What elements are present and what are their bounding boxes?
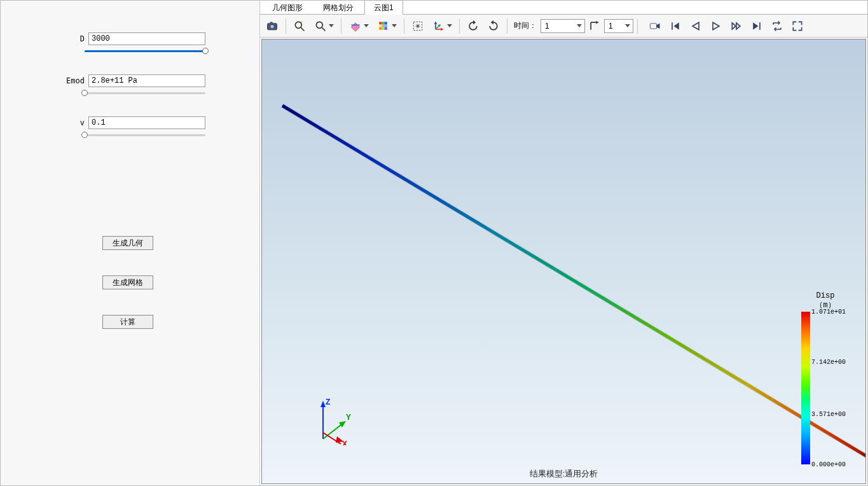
legend-ticks: 1.071e+017.142e+003.571e+000.000e+00 <box>810 312 850 464</box>
legend-title: Disp （m） <box>815 291 835 310</box>
param-label-Emod: Emod <box>58 76 85 85</box>
rotate-ccw-icon[interactable] <box>464 17 483 35</box>
tab-bar: 几何图形 网格划分 云图1 <box>260 1 867 15</box>
generate-geometry-button[interactable]: 生成几何 <box>102 236 153 250</box>
expand-icon[interactable] <box>788 17 807 35</box>
rotate-cw-icon[interactable] <box>484 17 503 35</box>
fit-view-icon[interactable] <box>408 17 427 35</box>
play-reverse-icon[interactable] <box>686 17 705 35</box>
param-input-v[interactable] <box>88 116 205 129</box>
tab-cloud1[interactable]: 云图1 <box>364 0 403 15</box>
param-slider-D[interactable] <box>85 46 205 57</box>
svg-text:X: X <box>342 440 347 445</box>
skip-end-icon[interactable] <box>747 17 766 35</box>
svg-point-5 <box>316 22 322 28</box>
svg-rect-16 <box>384 27 387 29</box>
param-slider-v[interactable] <box>85 130 205 141</box>
time-label: 时间： <box>514 20 537 31</box>
param-label-v: v <box>58 118 85 127</box>
legend-tick: 1.071e+01 <box>811 309 846 316</box>
svg-rect-15 <box>382 27 384 29</box>
frame-select-value: 1 <box>609 22 613 31</box>
param-row-D: D <box>58 32 240 45</box>
orientation-dropdown-icon[interactable] <box>429 17 455 35</box>
param-row-Emod: Emod <box>58 74 240 87</box>
right-area: 几何图形 网格划分 云图1 <box>260 1 867 485</box>
zoom-dropdown-icon[interactable] <box>310 17 337 35</box>
svg-rect-11 <box>379 24 382 27</box>
svg-rect-9 <box>382 22 384 24</box>
compute-button[interactable]: 计算 <box>102 315 153 329</box>
viewport-toolbar: 时间： 1 1 <box>260 15 867 38</box>
svg-text:Z: Z <box>326 398 330 406</box>
skip-start-icon[interactable] <box>666 17 685 35</box>
snapshot-icon[interactable] <box>263 17 282 35</box>
svg-rect-22 <box>672 22 673 30</box>
zoom-auto-icon[interactable] <box>290 17 309 35</box>
legend-colorbar <box>801 312 810 464</box>
svg-rect-8 <box>379 22 382 24</box>
param-input-D[interactable] <box>88 32 205 45</box>
color-legend: Disp （m） 1.071e+017.142e+003.571e+000.00… <box>797 291 854 464</box>
svg-rect-21 <box>651 23 657 28</box>
svg-rect-10 <box>384 22 387 24</box>
play-icon[interactable] <box>706 17 726 35</box>
axis-gizmo: Z Y X <box>310 394 361 445</box>
action-buttons: 生成几何 生成网格 计算 <box>102 236 240 329</box>
svg-rect-23 <box>759 22 761 30</box>
viewport-caption: 结果模型:通用分析 <box>530 468 598 480</box>
svg-point-1 <box>270 24 275 29</box>
parameter-panel: D Emod v 生成几何 生成网格 计算 <box>1 1 260 485</box>
beam-geometry <box>276 102 866 468</box>
svg-rect-13 <box>384 24 387 27</box>
param-label-D: D <box>58 34 85 43</box>
fast-forward-icon[interactable] <box>727 17 746 35</box>
time-select-value: 1 <box>545 22 549 31</box>
legend-tick: 0.000e+00 <box>811 461 846 468</box>
colormap-dropdown-icon[interactable] <box>373 17 400 35</box>
svg-line-28 <box>323 423 343 439</box>
record-icon[interactable] <box>645 17 665 35</box>
svg-rect-14 <box>379 27 382 29</box>
tab-mesh[interactable]: 网格划分 <box>313 0 363 15</box>
svg-rect-12 <box>382 24 384 27</box>
svg-text:Y: Y <box>346 413 351 422</box>
result-viewport[interactable]: Z Y X Disp （m） 1.071e+017.142e+003.571e+… <box>261 39 866 484</box>
generate-mesh-button[interactable]: 生成网格 <box>102 275 153 289</box>
svg-line-6 <box>322 27 325 31</box>
param-input-Emod[interactable] <box>88 74 205 87</box>
clip-plane-dropdown-icon[interactable] <box>345 17 372 35</box>
param-row-v: v <box>58 116 240 129</box>
svg-rect-2 <box>270 22 273 24</box>
time-select[interactable]: 1 <box>541 19 585 33</box>
loop-icon[interactable] <box>768 17 787 35</box>
app-root: D Emod v 生成几何 生成网格 计算 <box>0 0 868 486</box>
svg-line-25 <box>282 106 866 464</box>
legend-tick: 3.571e+00 <box>811 410 846 417</box>
goto-end-icon[interactable] <box>586 17 603 35</box>
param-slider-Emod[interactable] <box>85 88 205 99</box>
svg-line-4 <box>301 27 305 31</box>
legend-tick: 7.142e+00 <box>811 359 846 366</box>
svg-point-3 <box>295 22 301 28</box>
tab-geometry[interactable]: 几何图形 <box>263 0 312 15</box>
frame-select[interactable]: 1 <box>604 19 633 33</box>
